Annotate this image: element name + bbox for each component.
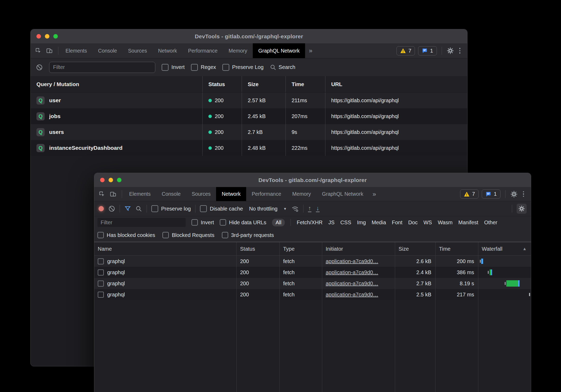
sort-ascending-icon[interactable]: ▲ (522, 246, 527, 251)
clear-network-log-icon[interactable] (108, 205, 115, 212)
row-checkbox[interactable] (98, 281, 104, 287)
resource-chip-doc[interactable]: Doc (408, 220, 418, 226)
preserve-log-checkbox[interactable]: Preserve Log (222, 64, 264, 71)
checkbox[interactable] (191, 64, 198, 71)
tab-performance[interactable]: Performance (183, 43, 223, 58)
throttling-dropdown[interactable]: No throttling ▼ (249, 206, 287, 212)
row-checkbox[interactable] (98, 258, 104, 264)
column-header-status[interactable]: Status (236, 242, 279, 255)
tab-network[interactable]: Network (152, 43, 183, 58)
checkbox[interactable] (162, 64, 169, 71)
column-header-time[interactable]: Time (286, 76, 325, 92)
filter-input[interactable] (49, 62, 155, 73)
resource-chip-media[interactable]: Media (372, 220, 386, 226)
export-har-icon[interactable]: ↓ (316, 205, 320, 212)
column-header-name[interactable]: Name (94, 242, 236, 255)
close-window-button[interactable] (100, 178, 105, 182)
tab-performance[interactable]: Performance (246, 187, 287, 201)
issues-badge[interactable]: 1 (418, 46, 437, 55)
third-party-requests-checkbox[interactable]: 3rd-party requests (222, 232, 274, 238)
table-row[interactable]: Q jobs 200 2.45 kB 207ms https://gitlab.… (31, 108, 467, 124)
table-row[interactable]: graphql 200 fetch application-a7ca9d0… 2… (94, 289, 531, 300)
tab-console[interactable]: Console (156, 187, 186, 201)
title-bar[interactable]: DevTools - gitlab.com/-/graphql-explorer (31, 29, 467, 43)
tab-graphql-network[interactable]: GraphQL Network (253, 43, 305, 58)
checkbox[interactable] (97, 232, 104, 238)
tab-graphql-network[interactable]: GraphQL Network (316, 187, 369, 201)
checkbox[interactable] (200, 205, 207, 212)
filter-funnel-icon[interactable] (124, 206, 131, 212)
invert-checkbox[interactable]: Invert (191, 219, 214, 226)
initiator-link[interactable]: application-a7ca9d0… (326, 281, 378, 287)
clear-icon[interactable] (36, 64, 43, 71)
checkbox[interactable] (162, 232, 169, 238)
column-header-size[interactable]: Size (242, 76, 286, 92)
initiator-link[interactable]: application-a7ca9d0… (326, 292, 378, 298)
has-blocked-cookies-checkbox[interactable]: Has blocked cookies (97, 232, 155, 238)
close-window-button[interactable] (36, 34, 41, 39)
checkbox[interactable] (222, 64, 229, 71)
kebab-menu-icon[interactable] (521, 191, 526, 197)
issues-badge[interactable]: 1 (482, 189, 500, 199)
column-header-initiator[interactable]: Initiator (322, 242, 395, 255)
resource-chip-ws[interactable]: WS (423, 220, 432, 226)
column-header-size[interactable]: Size (395, 242, 435, 255)
minimize-window-button[interactable] (45, 34, 49, 39)
search-button[interactable]: Search (270, 64, 295, 71)
column-header-type[interactable]: Type (279, 242, 322, 255)
table-row[interactable]: graphql 200 fetch application-a7ca9d0… 2… (94, 278, 531, 289)
toggle-device-toolbar-icon[interactable] (110, 191, 116, 198)
tab-memory[interactable]: Memory (287, 187, 316, 201)
inspect-element-icon[interactable] (99, 191, 105, 198)
title-bar[interactable]: DevTools - gitlab.com/-/graphql-explorer (94, 173, 531, 187)
resource-chip-all[interactable]: All (272, 219, 285, 226)
toggle-device-toolbar-icon[interactable] (46, 47, 53, 54)
table-row[interactable]: Q users 200 2.7 kB 9s https://gitlab.com… (31, 124, 467, 140)
record-network-log-button[interactable] (99, 206, 104, 211)
blocked-requests-checkbox[interactable]: Blocked Requests (162, 232, 214, 238)
network-settings-gear-icon[interactable] (517, 204, 527, 214)
warnings-badge[interactable]: 7 (460, 189, 479, 199)
more-tabs-icon[interactable]: » (305, 43, 316, 58)
checkbox[interactable] (191, 219, 198, 226)
checkbox[interactable] (220, 219, 226, 226)
warnings-badge[interactable]: 7 (396, 46, 415, 55)
regex-checkbox[interactable]: Regex (191, 64, 216, 71)
row-checkbox[interactable] (98, 269, 104, 276)
initiator-link[interactable]: application-a7ca9d0… (326, 269, 378, 276)
initiator-link[interactable]: application-a7ca9d0… (326, 258, 378, 264)
disable-cache-checkbox[interactable]: Disable cache (200, 205, 243, 212)
resource-chip-img[interactable]: Img (357, 220, 366, 226)
invert-checkbox[interactable]: Invert (162, 64, 185, 71)
settings-gear-icon[interactable] (447, 47, 454, 54)
tab-memory[interactable]: Memory (223, 43, 253, 58)
table-row[interactable]: graphql 200 fetch application-a7ca9d0… 2… (94, 267, 531, 278)
zoom-window-button[interactable] (117, 178, 121, 182)
settings-gear-icon[interactable] (510, 190, 518, 198)
column-header-waterfall[interactable]: Waterfall ▲ (478, 242, 531, 255)
tab-sources[interactable]: Sources (186, 187, 216, 201)
checkbox[interactable] (151, 205, 158, 212)
checkbox[interactable] (222, 232, 228, 238)
table-row[interactable]: Q instanceSecurityDashboard 200 2.48 kB … (31, 140, 467, 156)
resource-chip-fetch-xhr[interactable]: Fetch/XHR (297, 220, 322, 226)
filter-input[interactable] (97, 218, 186, 227)
column-header-url[interactable]: URL (325, 76, 467, 92)
tab-sources[interactable]: Sources (123, 43, 153, 58)
hide-data-urls-checkbox[interactable]: Hide data URLs (220, 219, 266, 226)
tab-elements[interactable]: Elements (60, 43, 92, 58)
column-header-query-mutation[interactable]: Query / Mutation (31, 76, 202, 92)
resource-chip-css[interactable]: CSS (340, 220, 351, 226)
resource-chip-manifest[interactable]: Manifest (458, 220, 478, 226)
table-row[interactable]: Q user 200 2.57 kB 211ms https://gitlab.… (31, 92, 467, 108)
tab-elements[interactable]: Elements (124, 187, 156, 201)
network-conditions-icon[interactable] (291, 205, 299, 212)
resource-chip-js[interactable]: JS (328, 220, 334, 226)
tab-console[interactable]: Console (92, 43, 123, 58)
table-row[interactable]: graphql 200 fetch application-a7ca9d0… 2… (94, 256, 531, 267)
preserve-log-checkbox[interactable]: Preserve log (151, 205, 191, 212)
minimize-window-button[interactable] (109, 178, 113, 182)
column-header-status[interactable]: Status (202, 76, 242, 92)
more-tabs-icon[interactable]: » (369, 187, 380, 201)
import-har-icon[interactable]: ↑ (308, 205, 312, 212)
